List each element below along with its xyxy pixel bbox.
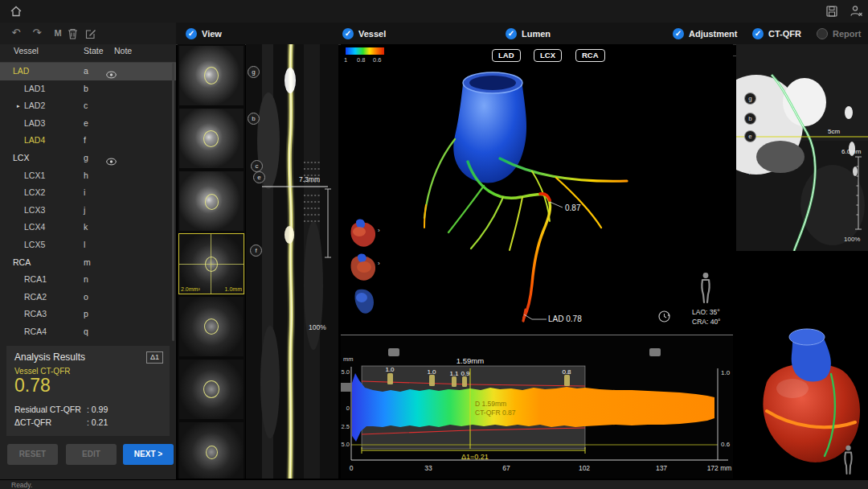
delta-qfr-value: : 0.21 (87, 417, 108, 427)
branch-marker-b[interactable]: b (248, 113, 260, 125)
lumen-contour (206, 446, 218, 459)
title-bar (0, 0, 868, 23)
edit-icon[interactable] (85, 28, 96, 39)
x-tick: 102 (579, 464, 590, 472)
heart-orientation-thumb[interactable] (347, 283, 378, 318)
vessel-row-lcx4[interactable]: LCX4 k (0, 219, 176, 236)
heart-3d-view[interactable] (736, 253, 868, 479)
heart-orientation-thumb[interactable] (345, 216, 379, 249)
tab-report[interactable]: Report (811, 23, 866, 44)
vessel-tree-3d-view[interactable]: 0.87 LAD 0.78 › › LAO: 35° C (341, 44, 733, 335)
distal-qfr-annotation: LAD 0.78 (548, 314, 582, 323)
mpr-zoom-label: 100% (309, 323, 326, 331)
branch-marker-b[interactable]: b (744, 113, 756, 125)
curved-mpr-view[interactable]: 5cm 6.0mm 100% g b e f (736, 44, 868, 251)
branch-marker-f[interactable]: f (250, 244, 262, 257)
axis-handle[interactable] (341, 383, 352, 392)
vessel-row-lcx[interactable]: LCX g (0, 150, 176, 167)
mpr-measure-label: 7.3mm (299, 175, 320, 183)
heart-thumb-arrow[interactable]: › (378, 260, 380, 267)
lumen-contour (204, 318, 219, 335)
vessel-sidebar: Vessel State Note LAD a LAD1 b ▸ LAD2 c (0, 44, 176, 479)
vessel-row-lad1[interactable]: LAD1 b (0, 80, 176, 98)
vessel-qfr-value: 0.78 (14, 375, 51, 397)
heart-orientation-thumb[interactable] (345, 249, 379, 283)
vessel-row-lcx2[interactable]: LCX2 i (0, 184, 176, 202)
cross-section-thumb[interactable] (179, 422, 244, 479)
undo-icon[interactable]: ↶ (8, 23, 24, 43)
lcx-button[interactable]: LCX (534, 49, 562, 62)
branch-marker-f[interactable]: f (744, 167, 755, 178)
vessel-row-lad[interactable]: LAD a (0, 63, 176, 80)
vessel-table-header: Vessel State Note (0, 46, 176, 63)
vessel-row-rca1[interactable]: RCA1 n (0, 271, 176, 289)
rotation-clock-icon[interactable] (657, 310, 671, 323)
home-icon[interactable] (10, 5, 23, 18)
cross-section-thumb[interactable] (179, 109, 244, 168)
vessel-row-lcx3[interactable]: LCX3 j (0, 202, 176, 220)
vessel-row-rca4[interactable]: RCA4 q (0, 323, 176, 341)
redo-icon[interactable]: ↷ (29, 23, 45, 43)
rca-button[interactable]: RCA (575, 49, 605, 62)
heart-thumb-arrow[interactable]: › (378, 227, 380, 234)
cross-section-thumb[interactable] (179, 171, 244, 231)
vessel-row-lad2[interactable]: ▸ LAD2 c (0, 97, 176, 115)
save-icon[interactable] (826, 6, 837, 17)
straightened-mpr-view[interactable]: 7.3mm 100% g b c e f (246, 44, 338, 479)
branch-marker-e[interactable]: e (744, 130, 756, 142)
vessel-row-lad3[interactable]: LAD3 e (0, 115, 176, 133)
branch-marker-c[interactable]: c (251, 160, 263, 172)
analysis-results-panel: Analysis Results Δ1 Vessel CT-QFR 0.78 R… (6, 346, 170, 436)
pullback-chart-panel[interactable]: 1.59mm 1.0 1.0 1.1 0.9 0.8 D 1.59mm CT-Q… (341, 336, 733, 479)
user-logout-icon[interactable] (850, 5, 863, 18)
y-axis-unit: mm (343, 355, 354, 363)
edit-button[interactable]: EDIT (66, 444, 117, 465)
range-handle[interactable] (388, 348, 399, 356)
lad-button[interactable]: LAD (492, 49, 521, 62)
tab-view[interactable]: ✓ View (180, 23, 227, 44)
next-button[interactable]: NEXT > (123, 444, 174, 465)
cross-section-thumb[interactable] (179, 297, 244, 356)
lumen-contour (203, 130, 219, 147)
cross-section-thumb[interactable] (179, 360, 244, 419)
vessel-row-rca[interactable]: RCA m (0, 254, 176, 272)
delete-icon[interactable] (68, 28, 78, 39)
branch-marker-g[interactable]: g (248, 66, 260, 78)
measure-tool-button[interactable]: M (50, 23, 66, 43)
cursor-tooltip-qfr: CT-QFR 0.87 (475, 409, 516, 417)
vessel-row-rca2[interactable]: RCA2 o (0, 289, 176, 306)
delta-badge[interactable]: Δ1 (146, 351, 163, 364)
colorbar-tick: 0.8 (357, 56, 365, 64)
patient-orientation-figure-icon[interactable] (842, 445, 854, 475)
qfr-marker-label: 0.9 (461, 370, 470, 377)
vessel-row-lad4[interactable]: LAD4 f (0, 132, 176, 150)
qfr-marker-label: 1.1 (449, 370, 459, 377)
expand-arrow-icon[interactable]: ▸ (17, 97, 20, 115)
tab-ct-qfr[interactable]: ✓ CT-QFR (747, 23, 807, 44)
reset-button[interactable]: RESET (7, 444, 58, 465)
qfr-marker-label: 1.0 (427, 368, 436, 376)
status-text: Ready. (11, 480, 32, 489)
delta-qfr-label: ΔCT-QFR (14, 417, 51, 427)
tab-lumen[interactable]: ✓ Lumen (500, 23, 556, 44)
cross-section-thumb[interactable] (179, 46, 244, 105)
vessel-tree-render: 0.87 LAD 0.78 (341, 44, 733, 335)
vessel-row-lcx1[interactable]: LCX1 h (0, 167, 176, 185)
tab-adjustment[interactable]: ✓ Adjustment (667, 23, 743, 44)
application-window: ↶ ↷ M ✓ View ✓ Vessel ✓ Lumen ✓ Adjustme… (0, 0, 868, 489)
y-tick: 2.5 (342, 423, 350, 430)
branch-marker-e[interactable]: e (253, 171, 265, 183)
branch-marker-g[interactable]: g (744, 92, 756, 105)
qfr-marker-label: 0.8 (562, 368, 571, 376)
patient-orientation-figure-icon[interactable] (699, 272, 712, 304)
check-icon: ✓ (752, 28, 764, 39)
vessel-row-rca3[interactable]: RCA3 p (0, 306, 176, 323)
cpr-measure-label: 6.0mm (841, 148, 862, 155)
range-handle[interactable] (649, 348, 661, 356)
cross-section-thumb-selected[interactable]: 2.0mm² 1.0mm (179, 234, 244, 294)
sidebar-scrollbar[interactable] (172, 63, 174, 341)
y-tick: 0 (346, 405, 350, 412)
tab-vessel[interactable]: ✓ Vessel (337, 23, 391, 44)
lumen-contour (204, 67, 219, 84)
vessel-row-lcx5[interactable]: LCX5 l (0, 236, 176, 254)
